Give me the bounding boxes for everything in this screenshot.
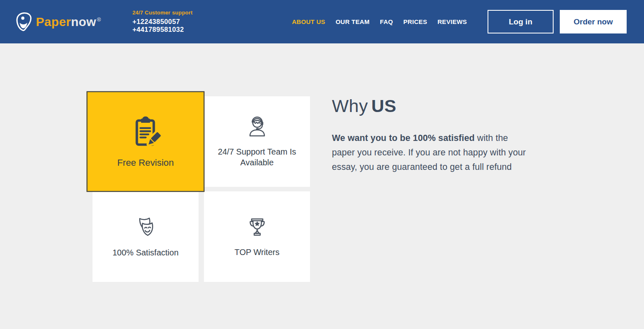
feature-label: TOP Writers <box>225 247 289 257</box>
feature-card-support[interactable]: 24/7 Support Team Is Available <box>204 96 310 187</box>
phone-number-uk[interactable]: +441789581032 <box>133 26 193 33</box>
login-button[interactable]: Log in <box>488 10 554 33</box>
nav-reviews[interactable]: REVIEWS <box>438 18 467 25</box>
main-nav: ABOUT US OUR TEAM FAQ PRICES REVIEWS <box>292 18 467 25</box>
feature-card-free-revision[interactable]: Free Revision <box>87 91 205 192</box>
nav-faq[interactable]: FAQ <box>380 18 393 25</box>
nav-about-us[interactable]: ABOUT US <box>292 18 325 25</box>
support-label: 24/7 Customer support <box>133 10 193 15</box>
registered-mark: ® <box>97 17 101 23</box>
papernow-logo-icon <box>16 12 32 32</box>
phone-number-us[interactable]: +12243850057 <box>133 18 193 26</box>
features-grid: Free Revision 24/7 Support Team Is Avail… <box>92 96 310 282</box>
brand-name: Papernow® <box>36 15 101 29</box>
feature-label: 100% Satisfaction <box>103 247 187 258</box>
site-header: Papernow® 24/7 Customer support +1224385… <box>0 0 644 43</box>
header-actions: Log in Order now <box>488 10 627 33</box>
feature-label: Free Revision <box>107 157 184 169</box>
support-headset-icon <box>244 115 270 141</box>
why-us-section: Free Revision 24/7 Support Team Is Avail… <box>0 43 644 282</box>
nav-our-team[interactable]: OUR TEAM <box>336 18 369 25</box>
theater-masks-icon <box>133 215 159 242</box>
why-us-paragraph: We want you to be 100% satisfied with th… <box>332 131 533 174</box>
customer-support-block: 24/7 Customer support +12243850057 +4417… <box>133 10 193 33</box>
page-title: WhyUS <box>332 96 533 116</box>
why-us-text-block: WhyUS We want you to be 100% satisfied w… <box>332 96 533 282</box>
feature-card-satisfaction[interactable]: 100% Satisfaction <box>92 191 199 282</box>
feature-card-top-writers[interactable]: TOP Writers <box>204 191 310 282</box>
clipboard-pencil-icon <box>130 114 161 150</box>
nav-prices[interactable]: PRICES <box>403 18 427 25</box>
trophy-icon <box>244 216 270 241</box>
brand-logo[interactable]: Papernow® <box>16 12 101 32</box>
order-now-button[interactable]: Order now <box>560 10 627 33</box>
feature-label: 24/7 Support Team Is Available <box>204 146 310 168</box>
